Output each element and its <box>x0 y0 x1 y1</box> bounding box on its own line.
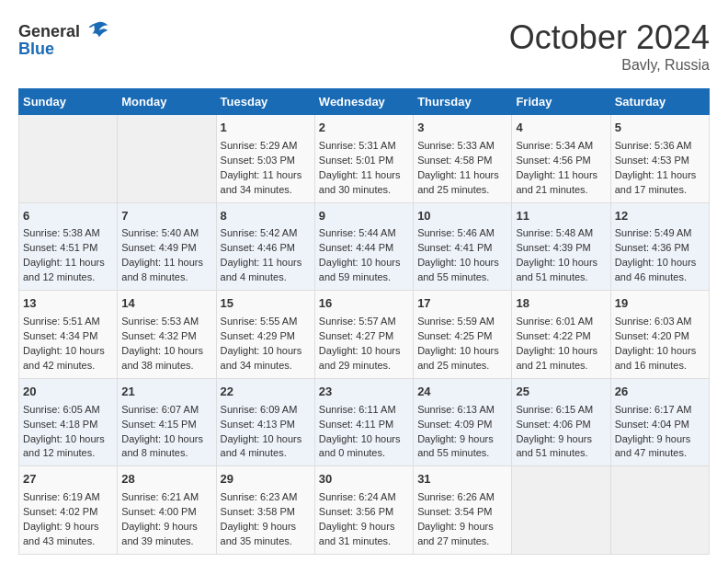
cell-text: Sunset: 3:54 PM <box>417 505 507 520</box>
calendar-cell: 16Sunrise: 5:57 AMSunset: 4:27 PMDayligh… <box>314 291 413 379</box>
cell-text: Sunrise: 5:33 AM <box>417 139 507 154</box>
day-header-wednesday: Wednesday <box>314 89 413 115</box>
cell-text: Sunrise: 5:51 AM <box>23 315 113 329</box>
day-number: 11 <box>516 208 606 225</box>
cell-text: Sunset: 4:51 PM <box>23 241 113 256</box>
day-header-monday: Monday <box>118 89 216 115</box>
cell-text: Sunrise: 5:53 AM <box>121 315 211 329</box>
calendar-cell: 4Sunrise: 5:34 AMSunset: 4:56 PMDaylight… <box>512 115 610 203</box>
cell-text: Sunrise: 5:44 AM <box>319 226 409 241</box>
calendar-week-row: 6Sunrise: 5:38 AMSunset: 4:51 PMDaylight… <box>19 202 710 291</box>
calendar-cell: 20Sunrise: 6:05 AMSunset: 4:18 PMDayligh… <box>19 378 118 466</box>
cell-text: Sunrise: 5:40 AM <box>121 226 211 241</box>
calendar-table: SundayMondayTuesdayWednesdayThursdayFrid… <box>18 88 710 555</box>
calendar-body: 1Sunrise: 5:29 AMSunset: 5:03 PMDaylight… <box>19 115 710 555</box>
cell-text: Sunset: 4:34 PM <box>23 329 113 344</box>
cell-text: Daylight: 9 hours and 35 minutes. <box>221 520 311 549</box>
logo: General Blue <box>18 18 109 57</box>
day-number: 20 <box>23 384 113 401</box>
calendar-cell: 31Sunrise: 6:26 AMSunset: 3:54 PMDayligh… <box>414 466 512 555</box>
calendar-cell: 24Sunrise: 6:13 AMSunset: 4:09 PMDayligh… <box>414 378 512 466</box>
calendar-cell: 9Sunrise: 5:44 AMSunset: 4:44 PMDaylight… <box>314 202 413 291</box>
cell-text: Sunset: 4:29 PM <box>221 329 311 344</box>
calendar-cell <box>610 466 709 555</box>
page-header: General Blue October 2024 Bavly, Russia <box>18 18 710 74</box>
cell-text: Sunrise: 5:48 AM <box>516 226 606 241</box>
cell-text: Sunrise: 6:03 AM <box>615 315 705 329</box>
calendar-cell: 29Sunrise: 6:23 AMSunset: 3:58 PMDayligh… <box>216 466 314 555</box>
calendar-cell: 25Sunrise: 6:15 AMSunset: 4:06 PMDayligh… <box>512 378 610 466</box>
calendar-cell: 30Sunrise: 6:24 AMSunset: 3:56 PMDayligh… <box>314 466 413 555</box>
cell-text: Sunset: 4:39 PM <box>516 241 606 256</box>
day-number: 6 <box>23 208 113 225</box>
calendar-cell <box>512 466 610 555</box>
calendar-week-row: 13Sunrise: 5:51 AMSunset: 4:34 PMDayligh… <box>19 291 710 379</box>
day-number: 13 <box>23 295 113 313</box>
day-header-tuesday: Tuesday <box>216 89 314 115</box>
cell-text: Sunrise: 6:26 AM <box>417 490 507 505</box>
cell-text: Sunrise: 6:07 AM <box>121 403 211 418</box>
cell-text: Sunset: 4:18 PM <box>23 418 113 432</box>
cell-text: Daylight: 10 hours and 42 minutes. <box>23 344 113 373</box>
cell-text: Sunset: 4:22 PM <box>516 329 606 344</box>
calendar-cell: 26Sunrise: 6:17 AMSunset: 4:04 PMDayligh… <box>610 378 709 466</box>
cell-text: Sunset: 3:58 PM <box>221 505 311 520</box>
calendar-cell: 14Sunrise: 5:53 AMSunset: 4:32 PMDayligh… <box>118 291 216 379</box>
calendar-header-row: SundayMondayTuesdayWednesdayThursdayFrid… <box>19 89 710 115</box>
cell-text: Daylight: 10 hours and 29 minutes. <box>319 344 409 373</box>
cell-text: Daylight: 11 hours and 12 minutes. <box>23 256 113 285</box>
cell-text: Sunrise: 5:59 AM <box>417 315 507 329</box>
cell-text: Daylight: 10 hours and 46 minutes. <box>615 256 705 285</box>
day-number: 14 <box>121 295 211 313</box>
cell-text: Daylight: 10 hours and 12 minutes. <box>23 432 113 462</box>
cell-text: Daylight: 10 hours and 55 minutes. <box>417 256 507 285</box>
cell-text: Daylight: 10 hours and 16 minutes. <box>615 344 705 373</box>
calendar-cell: 21Sunrise: 6:07 AMSunset: 4:15 PMDayligh… <box>118 378 216 466</box>
cell-text: Daylight: 10 hours and 0 minutes. <box>319 432 409 462</box>
cell-text: Sunrise: 5:38 AM <box>23 226 113 241</box>
calendar-cell: 2Sunrise: 5:31 AMSunset: 5:01 PMDaylight… <box>314 115 413 203</box>
calendar-cell: 3Sunrise: 5:33 AMSunset: 4:58 PMDaylight… <box>414 115 512 203</box>
cell-text: Daylight: 9 hours and 27 minutes. <box>417 520 507 549</box>
day-number: 17 <box>417 295 507 313</box>
cell-text: Sunset: 4:02 PM <box>23 505 113 520</box>
calendar-cell: 27Sunrise: 6:19 AMSunset: 4:02 PMDayligh… <box>19 466 118 555</box>
day-number: 3 <box>417 120 507 137</box>
cell-text: Daylight: 10 hours and 38 minutes. <box>121 344 211 373</box>
cell-text: Sunrise: 6:15 AM <box>516 403 606 418</box>
cell-text: Sunset: 4:44 PM <box>319 241 409 256</box>
cell-text: Daylight: 11 hours and 17 minutes. <box>615 168 705 198</box>
calendar-cell: 23Sunrise: 6:11 AMSunset: 4:11 PMDayligh… <box>314 378 413 466</box>
cell-text: Daylight: 9 hours and 51 minutes. <box>516 432 606 462</box>
calendar-cell <box>19 115 118 203</box>
cell-text: Sunrise: 6:11 AM <box>319 403 409 418</box>
cell-text: Daylight: 10 hours and 59 minutes. <box>319 256 409 285</box>
cell-text: Daylight: 9 hours and 47 minutes. <box>615 432 705 462</box>
calendar-cell: 28Sunrise: 6:21 AMSunset: 4:00 PMDayligh… <box>118 466 216 555</box>
cell-text: Sunset: 5:03 PM <box>221 154 311 168</box>
cell-text: Daylight: 10 hours and 4 minutes. <box>221 432 311 462</box>
day-number: 24 <box>417 384 507 401</box>
cell-text: Sunset: 4:46 PM <box>221 241 311 256</box>
cell-text: Sunrise: 5:36 AM <box>615 139 705 154</box>
cell-text: Sunset: 4:41 PM <box>417 241 507 256</box>
cell-text: Sunrise: 5:34 AM <box>516 139 606 154</box>
day-number: 23 <box>319 384 409 401</box>
cell-text: Daylight: 11 hours and 4 minutes. <box>221 256 311 285</box>
cell-text: Daylight: 11 hours and 30 minutes. <box>319 168 409 198</box>
cell-text: Daylight: 9 hours and 31 minutes. <box>319 520 409 549</box>
cell-text: Daylight: 11 hours and 34 minutes. <box>221 168 311 198</box>
cell-text: Sunset: 4:11 PM <box>319 418 409 432</box>
cell-text: Sunset: 5:01 PM <box>319 154 409 168</box>
day-number: 28 <box>121 471 211 488</box>
cell-text: Sunset: 4:27 PM <box>319 329 409 344</box>
cell-text: Sunrise: 6:05 AM <box>23 403 113 418</box>
cell-text: Sunrise: 5:57 AM <box>319 315 409 329</box>
day-number: 25 <box>516 384 606 401</box>
cell-text: Sunset: 4:09 PM <box>417 418 507 432</box>
logo-general: General <box>18 23 80 40</box>
location: Bavly, Russia <box>509 57 710 74</box>
cell-text: Daylight: 11 hours and 8 minutes. <box>121 256 211 285</box>
cell-text: Daylight: 11 hours and 25 minutes. <box>417 168 507 198</box>
cell-text: Daylight: 10 hours and 34 minutes. <box>221 344 311 373</box>
